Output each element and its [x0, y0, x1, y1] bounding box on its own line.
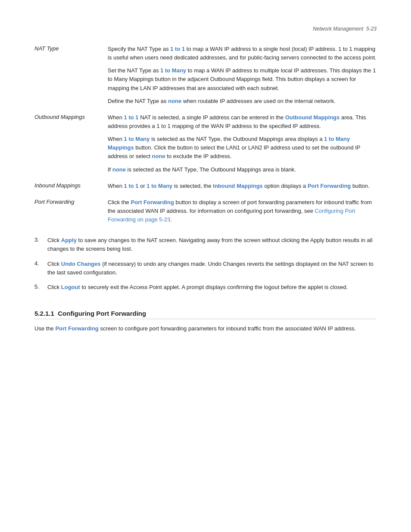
content-area: NAT Type Specify the NAT Type as 1 to 1 … — [34, 45, 377, 337]
term-body-port-forwarding: Click the Port Forwarding button to disp… — [108, 198, 377, 224]
nat-type-1tomany: 1 to Many — [160, 67, 186, 74]
term-label-nat-type: NAT Type — [34, 45, 108, 52]
section-title: Configuring Port Forwarding — [58, 310, 146, 317]
step-4-body: Click Undo Changes (if necessary) to und… — [47, 260, 377, 277]
port-forwarding-button-ref: Port Forwarding — [131, 199, 174, 205]
outbound-1tomany: 1 to Many — [124, 136, 150, 142]
nat-type-para-1: Specify the NAT Type as 1 to 1 to map a … — [108, 45, 377, 62]
nat-type-1to1: 1 to 1 — [170, 46, 185, 52]
inbound-mappings-label: Inbound Mappings — [213, 183, 263, 189]
step-3-body: Click Apply to save any changes to the N… — [47, 236, 377, 253]
term-body-inbound: When 1 to 1 or 1 to Many is selected, th… — [108, 182, 377, 190]
page: Network Management 5-23 NAT Type Specify… — [0, 0, 411, 532]
outbound-para-1: When 1 to 1 NAT is selected, a single IP… — [108, 113, 377, 131]
nat-type-none: none — [168, 98, 181, 104]
term-block-port-forwarding: Port Forwarding Click the Port Forwardin… — [34, 198, 377, 224]
section-heading-5211: 5.2.1.1 Configuring Port Forwarding — [34, 310, 377, 319]
outbound-none-2: none — [112, 166, 126, 173]
page-number: 5-23 — [366, 26, 377, 32]
outbound-1to1: 1 to 1 — [124, 114, 139, 121]
outbound-para-3: If none is selected as the NAT Type, The… — [108, 165, 377, 174]
port-forwarding-para-1: Click the Port Forwarding button to disp… — [108, 198, 377, 224]
inbound-1tomany: 1 to Many — [146, 183, 172, 189]
nat-type-para-2: Set the NAT Type as 1 to Many to map a W… — [108, 66, 377, 92]
term-body-nat-type: Specify the NAT Type as 1 to 1 to map a … — [108, 45, 377, 106]
step-5: 5. Click Logout to securely exit the Acc… — [34, 283, 377, 292]
inbound-para-1: When 1 to 1 or 1 to Many is selected, th… — [108, 182, 377, 190]
term-block-inbound: Inbound Mappings When 1 to 1 or 1 to Man… — [34, 182, 377, 190]
term-label-outbound: Outbound Mappings — [34, 113, 108, 120]
step-3-number: 3. — [34, 236, 47, 243]
term-label-port-forwarding: Port Forwarding — [34, 198, 108, 205]
term-label-inbound: Inbound Mappings — [34, 182, 108, 189]
step-3: 3. Click Apply to save any changes to th… — [34, 236, 377, 253]
step-4-number: 4. — [34, 260, 47, 267]
inbound-port-forwarding: Port Forwarding — [308, 183, 351, 189]
term-body-outbound: When 1 to 1 NAT is selected, a single IP… — [108, 113, 377, 174]
outbound-para-2: When 1 to Many is selected as the NAT Ty… — [108, 135, 377, 161]
steps-section: 3. Click Apply to save any changes to th… — [34, 236, 377, 298]
step-3-apply: Apply — [61, 237, 77, 243]
outbound-none: none — [152, 153, 165, 159]
page-header: Network Management 5-23 — [34, 26, 377, 32]
step-5-body: Click Logout to securely exit the Access… — [47, 283, 377, 292]
term-block-outbound: Outbound Mappings When 1 to 1 NAT is sel… — [34, 113, 377, 174]
term-block-nat-type: NAT Type Specify the NAT Type as 1 to 1 … — [34, 45, 377, 106]
chapter-title: Network Management — [313, 26, 363, 32]
step-4: 4. Click Undo Changes (if necessary) to … — [34, 260, 377, 277]
outbound-mappings-link: Outbound Mappings — [285, 114, 339, 121]
inbound-1to1: 1 to 1 — [124, 183, 139, 189]
section-intro: Use the Port Forwarding screen to config… — [34, 324, 377, 333]
step-5-number: 5. — [34, 283, 47, 290]
port-forwarding-link[interactable]: Configuring Port Forwarding on page 5-23 — [108, 208, 355, 223]
step-5-logout: Logout — [61, 284, 80, 290]
port-forwarding-screen-link: Port Forwarding — [55, 325, 98, 332]
nat-type-para-3: Define the NAT Type as none when routabl… — [108, 97, 377, 106]
step-4-undo-changes: Undo Changes — [61, 261, 101, 267]
section-number: 5.2.1.1 — [34, 310, 58, 317]
